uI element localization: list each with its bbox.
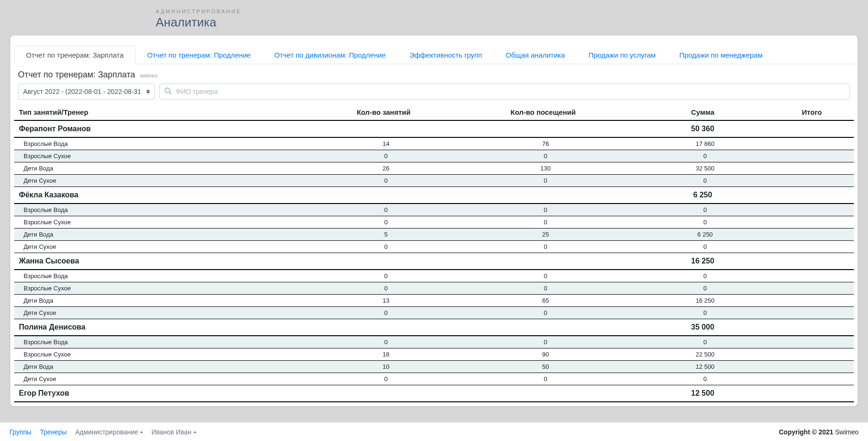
table-row: Дети Сухое000 (14, 241, 854, 253)
col-type: Тип занятий/Тренер (14, 104, 317, 120)
lesson-type: Взрослые Вода (14, 270, 317, 282)
table-row: Дети Вода105012 500 (14, 361, 854, 373)
table-row: Взрослые Вода000 (14, 336, 854, 348)
sum-value: 0 (635, 373, 770, 385)
visits-count: 0 (451, 270, 636, 282)
lesson-type: Взрослые Сухое (14, 150, 317, 162)
visits-count: 0 (451, 336, 636, 348)
sessions-count: 13 (317, 295, 451, 307)
tab-3[interactable]: Эффективность групп (398, 46, 494, 64)
tab-6[interactable]: Продажи по менеджерам (668, 46, 775, 64)
tab-5[interactable]: Продажи по услугам (577, 46, 668, 64)
table-row: Взрослые Вода000 (14, 270, 854, 282)
page-title: Аналитика (156, 15, 868, 30)
footer-link-groups[interactable]: Группы (9, 428, 32, 430)
table-row: Взрослые Сухое000 (14, 150, 854, 162)
sum-value: 17 860 (635, 137, 770, 150)
sessions-count: 18 (317, 348, 451, 361)
trainer-name: Ферапонт Романов (14, 120, 317, 137)
trainer-total: 12 500 (635, 385, 770, 402)
table-row: Взрослые Сухое189022 500 (14, 348, 854, 361)
trainer-name: Полина Денисова (14, 319, 317, 336)
table-row: Дети Сухое000 (14, 175, 854, 187)
lesson-type: Дети Сухое (14, 307, 317, 319)
trainer-total: 16 250 (635, 253, 770, 270)
sessions-count: 0 (317, 307, 451, 319)
sum-value: 6 250 (635, 229, 770, 241)
sum-value: 0 (635, 241, 770, 253)
sum-value: 0 (635, 282, 770, 295)
sum-value: 0 (635, 270, 770, 282)
lesson-type: Взрослые Сухое (14, 348, 317, 361)
sessions-count: 26 (317, 162, 451, 175)
tab-0[interactable]: Отчет по тренерам: Зарплата (14, 46, 135, 64)
trainer-name: Фёкла Казакова (14, 187, 317, 204)
table-row: Дети Сухое000 (14, 373, 854, 385)
visits-count: 0 (451, 216, 636, 229)
sum-value: 32 500 (635, 162, 770, 175)
lesson-type: Взрослые Вода (14, 137, 317, 150)
tab-4[interactable]: Общая аналитика (494, 46, 577, 64)
trainer-total: 50 360 (635, 120, 770, 137)
sessions-count: 0 (317, 282, 451, 295)
trainer-name: Жанна Сысоева (14, 253, 317, 270)
lesson-type: Дети Вода (14, 295, 317, 307)
trainer-group-row: Жанна Сысоева16 250 (14, 253, 854, 270)
sessions-count: 0 (317, 241, 451, 253)
sum-value: 0 (635, 175, 770, 187)
trainer-group-row: Ферапонт Романов50 360 (14, 120, 854, 137)
sum-value: 0 (635, 336, 770, 348)
sessions-count: 0 (317, 270, 451, 282)
sessions-count: 0 (317, 204, 451, 216)
lesson-type: Дети Сухое (14, 175, 317, 187)
lesson-type: Дети Вода (14, 361, 317, 373)
col-visits: Кол-во посещений (451, 104, 636, 120)
visits-count: 76 (451, 137, 636, 150)
visits-count: 0 (451, 373, 636, 385)
visits-count: 65 (451, 295, 636, 307)
footer-link-admin[interactable]: Администрирование (75, 428, 143, 430)
lesson-type: Взрослые Сухое (14, 216, 317, 229)
visits-count: 25 (451, 229, 636, 241)
table-row: Дети Сухое000 (14, 307, 854, 319)
sessions-count: 0 (317, 150, 451, 162)
lesson-type: Взрослые Вода (14, 204, 317, 216)
table-row: Взрослые Сухое000 (14, 282, 854, 295)
trainer-search-input[interactable] (159, 84, 850, 100)
visits-count: 0 (451, 307, 636, 319)
col-sessions: Кол-во занятий (317, 104, 451, 120)
sessions-count: 14 (317, 137, 451, 150)
period-select[interactable] (18, 84, 155, 100)
footer-link-user[interactable]: Иванов Иван (151, 428, 196, 430)
col-total: Итого (770, 104, 854, 120)
sessions-count: 0 (317, 336, 451, 348)
visits-count: 130 (451, 162, 636, 175)
lesson-type: Дети Вода (14, 162, 317, 175)
sum-value: 22 500 (635, 348, 770, 361)
trainer-group-row: Фёкла Казакова6 250 (14, 187, 854, 204)
sum-value: 16 250 (635, 295, 770, 307)
sum-value: 0 (635, 204, 770, 216)
sum-value: 0 (635, 307, 770, 319)
table-row: Взрослые Вода147617 860 (14, 137, 854, 150)
copyright: Copyright © 2021 Swimeo (779, 428, 859, 430)
sessions-count: 10 (317, 361, 451, 373)
trainer-group-row: Полина Денисова35 000 (14, 319, 854, 336)
search-wrap (159, 84, 850, 100)
table-row: Дети Вода5256 250 (14, 229, 854, 241)
report-subtitle: swimeo (140, 73, 157, 78)
tab-2[interactable]: Отчет по дивизионам: Продление (262, 46, 397, 64)
sessions-count: 0 (317, 216, 451, 229)
footer-link-trainers[interactable]: Тренеры (40, 428, 67, 430)
tabs: Отчет по тренерам: ЗарплатаОтчет по трен… (14, 46, 854, 64)
tab-1[interactable]: Отчет по тренерам: Продление (135, 46, 262, 64)
col-sum: Сумма (635, 104, 770, 120)
table-row: Взрослые Вода000 (14, 204, 854, 216)
sessions-count: 5 (317, 229, 451, 241)
sum-value: 0 (635, 150, 770, 162)
lesson-type: Взрослые Вода (14, 336, 317, 348)
sessions-count: 0 (317, 373, 451, 385)
visits-count: 0 (451, 241, 636, 253)
sessions-count: 0 (317, 175, 451, 187)
report-table: Тип занятий/Тренер Кол-во занятий Кол-во… (14, 104, 854, 402)
